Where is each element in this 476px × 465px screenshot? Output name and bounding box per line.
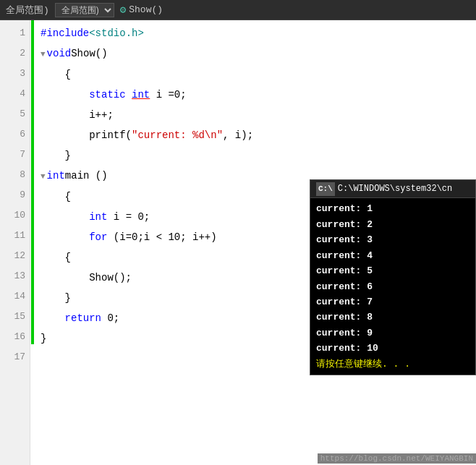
terminal-output-line: current: 2	[316, 217, 469, 232]
terminal-output-line: current: 3	[316, 232, 469, 247]
scope-select[interactable]: 全局范围)	[55, 3, 114, 17]
function-indicator: ⚙ Show()	[120, 4, 163, 16]
terminal-window: C:\ C:\WINDOWS\system32\cn current: 1cur…	[310, 179, 476, 375]
line-number-11: 11	[0, 226, 25, 246]
terminal-output-line: current: 6	[316, 279, 469, 294]
indicator-segment	[31, 20, 34, 162]
line-numbers: 1234567891011121314151617	[0, 20, 30, 465]
terminal-title: C:\WINDOWS\system32\cn	[338, 182, 452, 196]
line-number-15: 15	[0, 307, 25, 327]
watermark: https://blog.csdn.net/WEIYANGBIN	[318, 453, 476, 464]
code-line-6: printf("current: %d\n", i);	[41, 125, 476, 145]
line-number-7: 7	[0, 145, 25, 165]
indicator-segment	[31, 162, 34, 344]
code-line-4: static int i =0;	[41, 85, 476, 105]
terminal-output-line: current: 8	[316, 310, 469, 325]
line-number-4: 4	[0, 84, 25, 104]
line-number-12: 12	[0, 246, 25, 266]
line-number-2: 2	[0, 43, 25, 64]
code-line-7: }	[41, 145, 476, 166]
terminal-output-line: current: 4	[316, 248, 469, 263]
terminal-output-line: current: 1	[316, 201, 469, 216]
code-line-1: #include <stdio.h>	[41, 23, 476, 43]
line-number-17: 17	[0, 347, 25, 367]
terminal-output-line: 请按任意键继续. . .	[316, 357, 469, 372]
terminal-icon: C:\	[316, 182, 335, 196]
code-line-2: ▼void Show ()	[41, 43, 476, 64]
function-name: Show()	[129, 4, 163, 15]
line-number-6: 6	[0, 124, 25, 145]
terminal-output-line: current: 10	[316, 341, 469, 356]
line-number-3: 3	[0, 64, 25, 84]
line-number-14: 14	[0, 286, 25, 307]
terminal-output-line: current: 7	[316, 294, 469, 310]
code-line-3: {	[41, 64, 476, 85]
line-number-8: 8	[0, 165, 25, 185]
terminal-title-bar: C:\ C:\WINDOWS\system32\cn	[310, 180, 475, 198]
terminal-output-line: current: 5	[316, 263, 469, 278]
function-icon: ⚙	[120, 4, 126, 16]
line-number-9: 9	[0, 185, 25, 205]
editor-area: 1234567891011121314151617 #include <stdi…	[0, 20, 476, 465]
code-line-5: i++;	[41, 105, 476, 125]
line-number-1: 1	[0, 23, 25, 43]
terminal-content: current: 1current: 2current: 3current: 4…	[310, 198, 475, 375]
line-number-5: 5	[0, 104, 25, 124]
line-number-13: 13	[0, 266, 25, 286]
line-number-16: 16	[0, 327, 25, 347]
scope-label: 全局范围)	[6, 4, 55, 17]
top-bar: 全局范围) 全局范围) ⚙ Show()	[0, 0, 476, 20]
line-number-10: 10	[0, 205, 25, 226]
terminal-output-line: current: 9	[316, 325, 469, 341]
